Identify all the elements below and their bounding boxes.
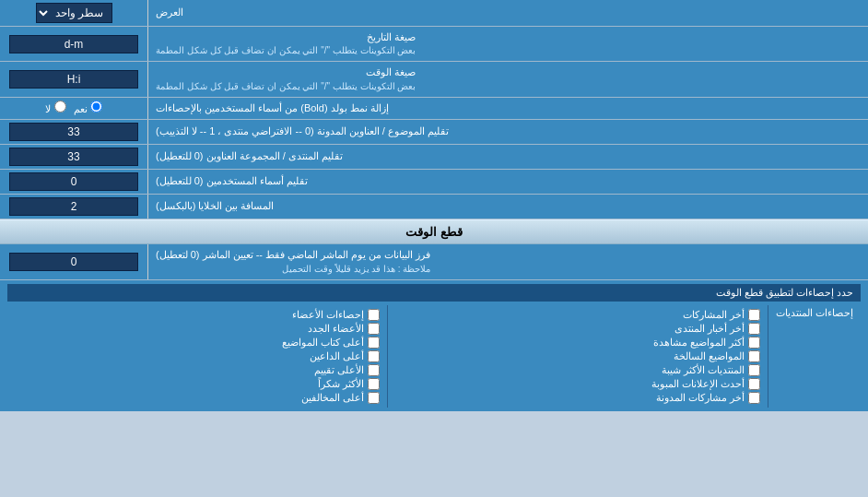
checkboxes-grid: إحصاءات المنتديات أخر المشاركات أخر أخبا… <box>7 305 861 408</box>
section-cutoff-header: قطع الوقت <box>0 219 868 244</box>
cb-label: أكثر المواضيع مشاهدة <box>653 337 745 349</box>
input-bold: نعم لا <box>0 98 147 119</box>
input-display-mode: سطر واحد سطرين <box>0 0 147 26</box>
topic-titles-field[interactable] <box>9 123 138 141</box>
stats-header: حدد إحصاءات لتطبيق قطع الوقت <box>7 284 861 302</box>
input-forum-titles <box>0 145 147 169</box>
label-date-format: صيغة التاريخ بعض التكوينات يتطلب "/" الت… <box>147 27 868 61</box>
input-topic-titles <box>0 120 147 144</box>
list-item: أخر مشاركات المدونة <box>395 392 760 404</box>
row-bold: إزالة نمط بولد (Bold) من أسماء المستخدمي… <box>0 98 868 120</box>
radio-yes[interactable] <box>90 101 102 112</box>
cb-label: أعلى كتاب المواضيع <box>282 337 364 349</box>
row-time-format: صيغة الوقت بعض التكوينات يتطلب "/" التي … <box>0 62 868 97</box>
cb-label: الأعلى تقييم <box>314 364 364 376</box>
list-item: أخر المشاركات <box>395 309 760 321</box>
settings-container: العرض سطر واحد سطرين صيغة التاريخ بعض ال… <box>0 0 868 411</box>
cb-popular-forums[interactable] <box>748 364 760 376</box>
input-time-format <box>0 62 147 96</box>
cutoff-days-field[interactable] <box>9 253 138 271</box>
cb-top-rated[interactable] <box>368 364 380 376</box>
row-spacing: المسافة بين الخلايا (بالبكسل) <box>0 195 868 219</box>
cb-label: أحدث الإعلانات المبوبة <box>651 378 745 390</box>
user-names-field[interactable] <box>9 172 138 191</box>
cb-label: المنتديات الأكثر شيبة <box>662 364 745 376</box>
radio-no[interactable] <box>54 101 66 112</box>
cb-member-stats[interactable] <box>368 309 380 321</box>
list-item: أعلى كتاب المواضيع <box>15 337 380 349</box>
input-user-names <box>0 170 147 194</box>
forum-titles-field[interactable] <box>9 148 138 166</box>
cb-label: أخر مشاركات المدونة <box>656 392 745 404</box>
list-item: أخر أخبار المنتدى <box>395 323 760 335</box>
cb-latest-ads[interactable] <box>748 378 760 390</box>
label-spacing: المسافة بين الخلايا (بالبكسل) <box>147 195 868 219</box>
cb-top-writers[interactable] <box>368 337 380 349</box>
row-forum-titles: تقليم المنتدى / المجموعة العناوين (0 للت… <box>0 145 868 170</box>
radio-no-label[interactable]: لا <box>45 101 65 115</box>
cb-latest-news[interactable] <box>748 323 760 335</box>
cb-label: أخر أخبار المنتدى <box>674 323 745 335</box>
input-cutoff-days <box>0 244 147 278</box>
label-topic-titles: تقليم الموضوع / العناوين المدونة (0 -- ا… <box>147 120 868 144</box>
radio-bold-group: نعم لا <box>45 101 101 115</box>
list-item: أعلى الداعين <box>15 350 380 362</box>
list-item: إحصاءات الأعضاء <box>15 309 380 321</box>
label-display-mode: العرض <box>147 0 868 26</box>
row-cutoff-days: فرز البيانات من يوم الماشر الماضي فقط --… <box>0 244 868 279</box>
list-item: أعلى المخالفين <box>15 392 380 404</box>
label-time-format: صيغة الوقت بعض التكوينات يتطلب "/" التي … <box>147 62 868 96</box>
select-display-mode[interactable]: سطر واحد سطرين <box>36 3 112 23</box>
row-date-format: صيغة التاريخ بعض التكوينات يتطلب "/" الت… <box>0 27 868 62</box>
input-date-format <box>0 27 147 61</box>
forum-stats-column: أخر المشاركات أخر أخبار المنتدى أكثر الم… <box>388 305 768 408</box>
spacing-field[interactable] <box>9 197 138 216</box>
label-user-names: تقليم أسماء المستخدمين (0 للتعطيل) <box>147 170 868 194</box>
cb-label: أخر المشاركات <box>683 309 745 321</box>
cb-old-topics[interactable] <box>748 350 760 362</box>
list-item: أحدث الإعلانات المبوبة <box>395 378 760 390</box>
list-item: المواضيع السالخة <box>395 350 760 362</box>
cb-top-visitors[interactable] <box>368 392 380 404</box>
list-item: الأعضاء الجدد <box>15 323 380 335</box>
radio-yes-label[interactable]: نعم <box>74 101 102 115</box>
time-format-field[interactable] <box>9 70 138 89</box>
label-cutoff-days: فرز البيانات من يوم الماشر الماضي فقط --… <box>147 244 868 278</box>
input-spacing <box>0 195 147 219</box>
cb-label: المواضيع السالخة <box>674 350 745 362</box>
divider-2 <box>387 305 388 408</box>
cb-label: الأكثر شكراً <box>318 378 364 390</box>
cb-top-inviters[interactable] <box>368 350 380 362</box>
cb-most-thanked[interactable] <box>368 378 380 390</box>
label-bold: إزالة نمط بولد (Bold) من أسماء المستخدمي… <box>147 98 868 119</box>
cb-label: إحصاءات الأعضاء <box>292 309 364 321</box>
list-item: المنتديات الأكثر شيبة <box>395 364 760 376</box>
forum-stats-label: إحصاءات المنتديات <box>776 307 853 319</box>
cb-new-members[interactable] <box>368 323 380 335</box>
divider-1 <box>768 305 768 408</box>
row-user-names: تقليم أسماء المستخدمين (0 للتعطيل) <box>0 170 868 195</box>
cb-label: الأعضاء الجدد <box>308 323 364 335</box>
cb-label: أعلى الداعين <box>310 350 364 362</box>
cb-latest-blog[interactable] <box>748 392 760 404</box>
row-topic-titles: تقليم الموضوع / العناوين المدونة (0 -- ا… <box>0 120 868 145</box>
list-item: أكثر المواضيع مشاهدة <box>395 337 760 349</box>
stats-checkboxes-section: حدد إحصاءات لتطبيق قطع الوقت إحصاءات الم… <box>0 280 868 411</box>
cb-most-viewed[interactable] <box>748 337 760 349</box>
row-display-mode: العرض سطر واحد سطرين <box>0 0 868 27</box>
member-stats-column: إحصاءات الأعضاء الأعضاء الجدد أعلى كتاب … <box>7 305 387 408</box>
list-item: الأكثر شكراً <box>15 378 380 390</box>
list-item: الأعلى تقييم <box>15 364 380 376</box>
label-forum-titles: تقليم المنتدى / المجموعة العناوين (0 للت… <box>147 145 868 169</box>
cb-label: أعلى المخالفين <box>301 392 364 404</box>
cb-latest-posts[interactable] <box>748 309 760 321</box>
date-format-field[interactable] <box>9 35 138 53</box>
